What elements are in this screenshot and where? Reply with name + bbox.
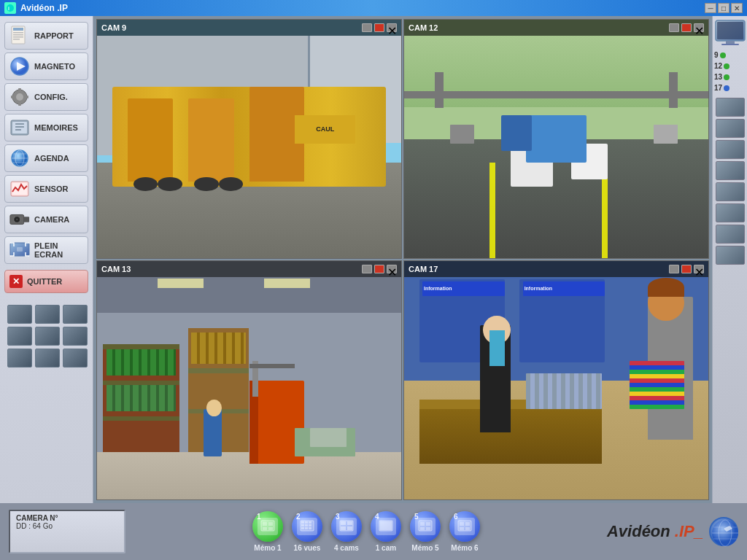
svg-rect-70 bbox=[465, 527, 470, 530]
sidebar-btn-memoires[interactable]: MEMOIRES bbox=[4, 114, 88, 141]
quit-button[interactable]: ✕ QUITTER bbox=[4, 270, 88, 293]
cam13-btn2[interactable] bbox=[374, 265, 384, 273]
right-thumb-7[interactable] bbox=[716, 225, 745, 244]
svg-rect-40 bbox=[263, 522, 267, 526]
preset-sphere-4: 4 bbox=[371, 511, 401, 542]
camera-9-header: CAM 9 ✕ bbox=[97, 20, 401, 36]
cam17-btn2[interactable] bbox=[681, 265, 692, 273]
camera-12-controls: ✕ bbox=[669, 23, 704, 32]
svg-rect-58 bbox=[347, 526, 352, 530]
camera-cell-17: CAM 17 ✕ Information bbox=[403, 260, 709, 500]
svg-rect-42 bbox=[263, 527, 267, 530]
memoires-icon bbox=[9, 117, 30, 138]
camera-17-title: CAM 17 bbox=[409, 265, 438, 273]
preset-btn-2[interactable]: 2 bbox=[292, 511, 322, 552]
camera-label: CAMERA bbox=[34, 215, 69, 224]
cam9-image: CAUL bbox=[97, 20, 401, 258]
svg-rect-63 bbox=[426, 522, 430, 526]
sidebar-thumb-1[interactable] bbox=[7, 305, 32, 324]
sidebar-btn-magneto[interactable]: MAGNETO bbox=[4, 52, 88, 80]
svg-rect-45 bbox=[301, 521, 304, 524]
svg-rect-64 bbox=[420, 527, 425, 530]
preset-num-2: 2 bbox=[296, 513, 301, 521]
sidebar-thumb-5[interactable] bbox=[35, 327, 60, 346]
preset-label-2: 16 vues bbox=[294, 544, 321, 552]
sidebar-btn-agenda[interactable]: AGENDA bbox=[4, 144, 88, 172]
preset-btn-1[interactable]: 1 Mémo 1 bbox=[252, 511, 283, 552]
sidebar-btn-camera[interactable]: CAMERA bbox=[4, 206, 88, 233]
cam13-btn1[interactable] bbox=[362, 265, 372, 273]
quit-x-icon: ✕ bbox=[9, 275, 23, 288]
svg-rect-57 bbox=[341, 526, 346, 530]
cam9-btn1[interactable] bbox=[362, 23, 372, 32]
sidebar-thumb-2[interactable] bbox=[35, 305, 60, 324]
right-thumb-1[interactable] bbox=[716, 98, 745, 117]
svg-rect-29 bbox=[24, 217, 29, 222]
camera-12-title: CAM 12 bbox=[409, 23, 438, 32]
right-cam-dot-17 bbox=[724, 85, 729, 91]
cam12-btn3[interactable]: ✕ bbox=[694, 23, 704, 32]
sidebar-btn-plein-ecran[interactable]: PLEIN ECRAN bbox=[4, 236, 88, 264]
svg-rect-12 bbox=[18, 88, 21, 92]
right-small-thumbs bbox=[716, 98, 745, 265]
preset-num-4: 4 bbox=[375, 513, 379, 521]
main-container: RAPPORT MAGNETO bbox=[0, 16, 747, 560]
sidebar-btn-config[interactable]: CONFIG. bbox=[4, 83, 88, 111]
svg-rect-6 bbox=[13, 36, 23, 38]
right-cam-row-13: 13 bbox=[714, 73, 746, 81]
right-cam-num-9: 9 bbox=[714, 51, 719, 59]
right-thumb-6[interactable] bbox=[716, 203, 745, 222]
sidebar-thumb-6[interactable] bbox=[63, 327, 88, 346]
title-bar-left: i Avidéon .IP bbox=[4, 2, 68, 14]
sidebar-btn-sensor[interactable]: SENSOR bbox=[4, 175, 88, 203]
right-thumb-5[interactable] bbox=[716, 182, 745, 201]
svg-rect-5 bbox=[13, 34, 23, 36]
right-thumb-4[interactable] bbox=[716, 161, 745, 180]
svg-rect-48 bbox=[301, 524, 304, 526]
svg-rect-50 bbox=[309, 524, 311, 526]
preset-num-5: 5 bbox=[414, 513, 419, 521]
minimize-button[interactable]: ─ bbox=[705, 3, 716, 13]
preset-label-3: 4 cams bbox=[334, 544, 359, 552]
cam17-btn3[interactable]: ✕ bbox=[694, 265, 704, 273]
agenda-icon bbox=[9, 148, 30, 168]
title-bar: i Avidéon .IP ─ □ ✕ bbox=[0, 0, 747, 16]
right-thumb-8[interactable] bbox=[716, 246, 745, 265]
cam17-btn1[interactable] bbox=[669, 265, 679, 273]
sidebar-thumb-4[interactable] bbox=[7, 327, 32, 346]
cam9-btn2[interactable] bbox=[374, 23, 384, 32]
sidebar-thumb-7[interactable] bbox=[7, 349, 32, 368]
right-thumb-3[interactable] bbox=[716, 140, 745, 159]
preset-num-1: 1 bbox=[257, 513, 261, 521]
preset-btn-5[interactable]: 5 Mémo 5 bbox=[410, 511, 441, 552]
sensor-label: SENSOR bbox=[34, 184, 68, 193]
svg-rect-56 bbox=[347, 521, 352, 525]
cam13-image bbox=[97, 261, 401, 499]
rapport-icon bbox=[9, 26, 30, 46]
svg-rect-19 bbox=[15, 126, 24, 128]
svg-rect-62 bbox=[420, 522, 425, 526]
right-cam-row-17: 17 bbox=[714, 84, 746, 92]
right-cam-num-12: 12 bbox=[714, 62, 722, 70]
preset-btn-3[interactable]: 3 4 cams bbox=[331, 511, 362, 552]
maximize-button[interactable]: □ bbox=[718, 3, 729, 13]
right-cam-row-12: 12 bbox=[714, 62, 746, 70]
preset-btn-6[interactable]: 6 Mémo 6 bbox=[449, 511, 480, 552]
preset-label-4: 1 cam bbox=[376, 544, 396, 552]
preset-btn-4[interactable]: 4 1 cam bbox=[371, 511, 401, 552]
cam12-btn2[interactable] bbox=[681, 23, 692, 32]
logo-main: Avidéon bbox=[607, 522, 675, 540]
sidebar-btn-rapport[interactable]: RAPPORT bbox=[4, 22, 88, 50]
preset-label-1: Mémo 1 bbox=[254, 544, 281, 552]
quit-label: QUITTER bbox=[27, 277, 62, 286]
cam12-btn1[interactable] bbox=[669, 23, 679, 32]
preset-sphere-2: 2 bbox=[292, 511, 322, 542]
sidebar-thumb-8[interactable] bbox=[35, 349, 60, 368]
right-thumb-2[interactable] bbox=[716, 119, 745, 138]
cam13-btn3[interactable]: ✕ bbox=[387, 265, 397, 273]
close-button[interactable]: ✕ bbox=[731, 3, 743, 13]
sidebar-thumb-3[interactable] bbox=[63, 305, 88, 324]
cam9-btn3[interactable]: ✕ bbox=[387, 23, 397, 32]
magneto-icon bbox=[9, 56, 30, 77]
sidebar-thumb-9[interactable] bbox=[63, 349, 88, 368]
